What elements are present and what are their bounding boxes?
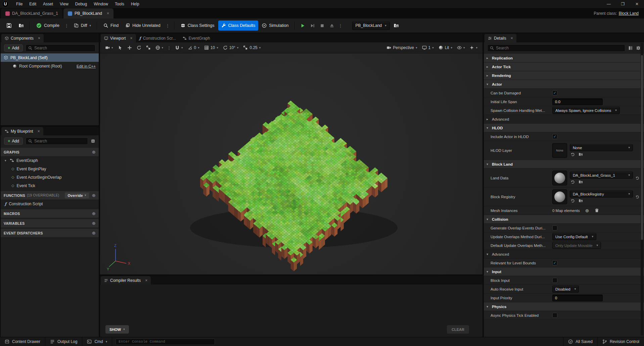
scrollbar-thumb[interactable] [641,55,643,240]
details-category-block-land[interactable]: ▾Block Land [484,160,644,169]
translate-tool-button[interactable] [125,45,134,50]
viewport-canvas[interactable] [100,53,482,274]
dropdown[interactable]: DA_BlockLand_Grass_1▾ [570,172,633,179]
rotation-snap-dropdown[interactable]: 10°▾ [221,45,241,50]
use-selected-asset-icon[interactable] [570,152,575,157]
console-command-input[interactable]: Enter Console Command [116,339,215,345]
browse-to-asset-icon[interactable] [579,152,583,157]
menu-asset[interactable]: Asset [40,1,56,7]
perspective-dropdown[interactable]: Perspective▾ [384,45,419,50]
tab-viewport[interactable]: Viewport × [101,34,136,42]
content-drawer-button[interactable]: Content Drawer [0,337,45,346]
event-tick-row[interactable]: ◇Event Tick [1,181,99,190]
add-element-icon[interactable]: ⊕ [585,208,589,213]
all-saved-button[interactable]: All Saved [563,337,597,346]
dropdown[interactable]: Always Spawn, Ignore Collisions▾ [552,107,620,114]
reset-to-default-icon[interactable] [635,176,639,180]
tab-construction-script[interactable]: ƒ Construction Scr... [136,34,179,42]
details-category-physics[interactable]: ▾Physics [484,302,644,311]
close-icon[interactable]: × [511,36,513,41]
output-log-button[interactable]: Output Log [45,337,82,346]
compiler-results-tab[interactable]: Compiler Results × [101,276,151,285]
maximize-button[interactable]: ❐ [616,0,630,8]
screen-percentage-dropdown[interactable]: 1▾ [420,45,436,50]
eject-button[interactable] [327,21,336,30]
add-dispatcher-icon[interactable]: ⊕ [92,230,96,235]
close-icon[interactable]: × [130,36,132,41]
component-row-root[interactable]: Root Component (Root) Edit in C++ [1,62,99,70]
add-macro-icon[interactable]: ⊕ [92,211,96,216]
play-options-icon[interactable]: ⋮ [337,24,344,28]
gear-icon[interactable] [636,46,641,50]
play-button[interactable] [298,21,307,30]
construction-script-row[interactable]: ƒ Construction Script [1,200,99,208]
checkbox-unchecked[interactable] [552,225,557,230]
asset-tab-pb-blockland[interactable]: PB_BlockLand× [63,8,113,18]
browse-to-asset-icon[interactable] [579,199,583,203]
dropdown[interactable]: Use Config Default▾ [552,233,596,240]
compile-options-icon[interactable]: ⋮ [63,24,70,28]
menu-view[interactable]: View [56,1,72,7]
add-variable-icon[interactable]: ⊕ [92,221,96,226]
checkbox-unchecked[interactable] [552,313,557,318]
gear-icon[interactable] [91,139,95,143]
details-scrollbar[interactable] [641,43,643,336]
graphs-section-header[interactable]: GRAPHS ⊕ [1,148,99,156]
details-search-input[interactable]: Search [487,44,625,52]
viewport-options-dropdown[interactable]: ▾ [103,45,116,50]
grid-snap-dropdown[interactable]: 10▾ [202,45,221,50]
hide-unrelated-button[interactable]: Hide Unrelated [122,20,163,31]
revision-control-button[interactable]: Revision Control [597,337,644,346]
my-blueprint-search-input[interactable]: Search [26,137,88,145]
dropdown[interactable]: Only Update Movable▾ [552,242,601,249]
menu-window[interactable]: Window [90,1,111,7]
close-icon[interactable]: × [107,11,109,16]
add-function-icon[interactable]: ⊕ [92,193,96,198]
dropdown[interactable]: Disabled▾ [552,286,579,293]
close-icon[interactable]: × [38,36,40,41]
eventgraph-row[interactable]: ▾ EventGraph [1,156,99,165]
details-expander-advanced[interactable]: ▸Advanced [484,115,644,124]
checkbox-checked[interactable]: ✓ [552,90,557,95]
diff-button[interactable]: Diff▾ [71,20,94,31]
asset-thumbnail[interactable] [552,171,567,185]
chevron-down-icon[interactable]: ▾ [5,159,7,162]
use-selected-asset-icon[interactable] [570,180,575,184]
browse-debug-button[interactable] [390,20,402,31]
scale-tool-button[interactable] [144,45,153,50]
menu-edit[interactable]: Edit [26,1,40,7]
menu-debug[interactable]: Debug [72,1,90,7]
details-category-rendering[interactable]: ▸Rendering [484,71,644,80]
event-beginplay-row[interactable]: ◇Event BeginPlay [1,165,99,173]
add-component-button[interactable]: +Add [4,44,23,52]
macros-section-header[interactable]: MACROS ⊕ [1,209,99,218]
dropdown[interactable]: None▾ [570,144,633,151]
hide-unrelated-options-icon[interactable]: ⋮ [164,24,171,28]
details-category-collision[interactable]: ▾Collision [484,215,644,224]
event-actorbeginoverlap-row[interactable]: ◇Event ActorBeginOverlap [1,173,99,181]
transform-options-icon[interactable]: ⋮ [166,46,173,50]
stop-button[interactable] [318,21,327,30]
save-button[interactable] [3,20,15,31]
edit-in-cpp-link[interactable]: Edit in C++ [77,64,96,68]
add-graph-icon[interactable]: ⊕ [92,149,96,155]
component-row-self[interactable]: PB_BlockLand (Self) [1,53,99,62]
text-field[interactable]: 0 [552,295,603,301]
my-blueprint-tab[interactable]: My Blueprint × [1,127,43,135]
clear-button[interactable]: CLEAR [447,325,469,334]
use-selected-asset-icon[interactable] [570,199,575,203]
menu-tools[interactable]: Tools [111,1,128,7]
components-tab[interactable]: Components × [1,34,44,42]
reset-to-default-icon[interactable] [635,195,639,199]
asset-tab-da-blockland-grass-1[interactable]: DA_BlockLand_Grass_1 [1,8,62,18]
unreal-engine-logo[interactable]: U [2,1,9,7]
close-icon[interactable]: × [145,278,147,283]
minimize-button[interactable]: — [602,0,616,8]
show-filter-button[interactable]: SHOW▾ [105,325,129,334]
components-search-input[interactable]: Search [26,44,95,52]
event-dispatchers-section-header[interactable]: EVENT DISPATCHERS ⊕ [1,229,99,237]
rotate-tool-button[interactable] [134,45,144,50]
select-tool-button[interactable] [116,45,125,50]
functions-section-header[interactable]: FUNCTIONS (19 OVERRIDABLE) Override▾ ⊕ [1,191,99,200]
class-settings-button[interactable]: Class Settings [178,20,218,31]
